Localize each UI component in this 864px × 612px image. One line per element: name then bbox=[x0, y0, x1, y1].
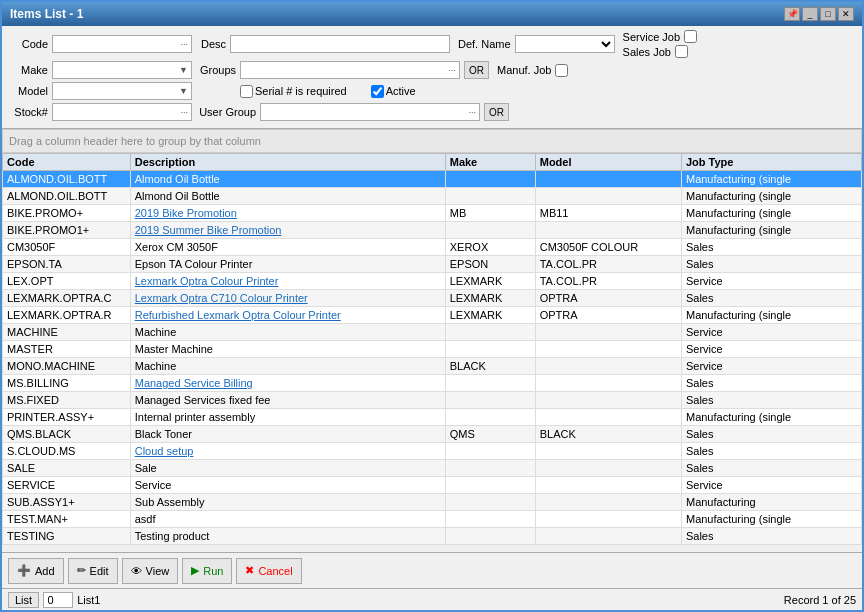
stock-input-wrapper: ··· bbox=[52, 103, 192, 121]
def-name-select[interactable] bbox=[515, 35, 615, 53]
table-row[interactable]: MS.FIXED Managed Services fixed fee Sale… bbox=[3, 392, 862, 409]
cancel-button[interactable]: ✖ Cancel bbox=[236, 558, 301, 584]
table-row[interactable]: LEX.OPT Lexmark Optra Colour Printer LEX… bbox=[3, 273, 862, 290]
table-row[interactable]: LEXMARK.OPTRA.C Lexmark Optra C710 Colou… bbox=[3, 290, 862, 307]
table-header-row: Code Description Make Model Job Type bbox=[3, 154, 862, 171]
service-job-checkbox[interactable] bbox=[684, 30, 697, 43]
table-row[interactable]: ALMOND.OIL.BOTT Almond Oil Bottle Manufa… bbox=[3, 188, 862, 205]
table-row[interactable]: EPSON.TA Epson TA Colour Printer EPSON T… bbox=[3, 256, 862, 273]
table-row[interactable]: TEST.MAN+ asdf Manufacturing (single bbox=[3, 511, 862, 528]
cell-code: ALMOND.OIL.BOTT bbox=[3, 188, 131, 205]
maximize-button[interactable]: □ bbox=[820, 7, 836, 21]
table-row[interactable]: CM3050F Xerox CM 3050F XEROX CM3050F COL… bbox=[3, 239, 862, 256]
groups-input-wrapper: ··· bbox=[240, 61, 460, 79]
model-dots-btn[interactable]: ▼ bbox=[176, 86, 191, 96]
right-panel-manuf: Manuf. Job bbox=[497, 64, 568, 77]
table-row[interactable]: SUB.ASSY1+ Sub Assembly Manufacturing bbox=[3, 494, 862, 511]
user-group-or-button[interactable]: OR bbox=[484, 103, 509, 121]
col-header-jobtype[interactable]: Job Type bbox=[681, 154, 861, 171]
table-row[interactable]: LEXMARK.OPTRA.R Refurbished Lexmark Optr… bbox=[3, 307, 862, 324]
groups-input[interactable] bbox=[241, 63, 445, 77]
cell-jobtype: Service bbox=[681, 477, 861, 494]
make-input-wrapper: ▼ bbox=[52, 61, 192, 79]
add-icon: ➕ bbox=[17, 564, 31, 577]
make-input[interactable] bbox=[53, 63, 176, 77]
cell-jobtype: Manufacturing (single bbox=[681, 307, 861, 324]
close-button[interactable]: ✕ bbox=[838, 7, 854, 21]
description-link[interactable]: Refurbished Lexmark Optra Colour Printer bbox=[135, 309, 341, 321]
cell-model: TA.COL.PR bbox=[535, 256, 681, 273]
run-button[interactable]: ▶ Run bbox=[182, 558, 232, 584]
serial-required-checkbox[interactable] bbox=[240, 85, 253, 98]
cell-jobtype: Sales bbox=[681, 375, 861, 392]
user-group-input[interactable] bbox=[261, 105, 465, 119]
model-input[interactable] bbox=[53, 84, 176, 98]
page-input[interactable] bbox=[43, 592, 73, 608]
add-button[interactable]: ➕ Add bbox=[8, 558, 64, 584]
title-bar: Items List - 1 📌 _ □ ✕ bbox=[2, 2, 862, 26]
cell-description: Lexmark Optra C710 Colour Printer bbox=[130, 290, 445, 307]
table-row[interactable]: S.CLOUD.MS Cloud setup Sales bbox=[3, 443, 862, 460]
table-row[interactable]: MACHINE Machine Service bbox=[3, 324, 862, 341]
description-link[interactable]: Cloud setup bbox=[135, 445, 194, 457]
cell-description: Xerox CM 3050F bbox=[130, 239, 445, 256]
cell-make: EPSON bbox=[445, 256, 535, 273]
table-row[interactable]: BIKE.PROMO+ 2019 Bike Promotion MB MB11 … bbox=[3, 205, 862, 222]
table-area[interactable]: Code Description Make Model Job Type ALM… bbox=[2, 153, 862, 552]
active-label[interactable]: Active bbox=[371, 85, 416, 98]
cancel-icon: ✖ bbox=[245, 564, 254, 577]
cell-model: TA.COL.PR bbox=[535, 273, 681, 290]
table-row[interactable]: MONO.MACHINE Machine BLACK Service bbox=[3, 358, 862, 375]
cell-code: MONO.MACHINE bbox=[3, 358, 131, 375]
cell-model bbox=[535, 324, 681, 341]
view-button[interactable]: 👁 View bbox=[122, 558, 179, 584]
stock-input[interactable] bbox=[53, 105, 177, 119]
edit-button[interactable]: ✏ Edit bbox=[68, 558, 118, 584]
groups-dots-btn[interactable]: ··· bbox=[445, 65, 459, 75]
stock-dots-btn[interactable]: ··· bbox=[177, 107, 191, 117]
serial-required-label[interactable]: Serial # is required bbox=[240, 85, 347, 98]
groups-or-button[interactable]: OR bbox=[464, 61, 489, 79]
minimize-button[interactable]: _ bbox=[802, 7, 818, 21]
table-row[interactable]: MS.BILLING Managed Service Billing Sales bbox=[3, 375, 862, 392]
make-dots-btn[interactable]: ▼ bbox=[176, 65, 191, 75]
window-title: Items List - 1 bbox=[10, 7, 83, 21]
cell-make bbox=[445, 477, 535, 494]
desc-input[interactable] bbox=[230, 35, 450, 53]
cell-description: asdf bbox=[130, 511, 445, 528]
make-label: Make bbox=[8, 64, 48, 76]
table-row[interactable]: BIKE.PROMO1+ 2019 Summer Bike Promotion … bbox=[3, 222, 862, 239]
table-row[interactable]: QMS.BLACK Black Toner QMS BLACK Sales bbox=[3, 426, 862, 443]
cell-jobtype: Sales bbox=[681, 443, 861, 460]
col-header-description[interactable]: Description bbox=[130, 154, 445, 171]
sales-job-checkbox[interactable] bbox=[675, 45, 688, 58]
description-link[interactable]: Lexmark Optra C710 Colour Printer bbox=[135, 292, 308, 304]
table-row[interactable]: SERVICE Service Service bbox=[3, 477, 862, 494]
table-row[interactable]: ALMOND.OIL.BOTT Almond Oil Bottle Manufa… bbox=[3, 171, 862, 188]
pin-button[interactable]: 📌 bbox=[784, 7, 800, 21]
cell-description: Internal printer assembly bbox=[130, 409, 445, 426]
cell-model bbox=[535, 477, 681, 494]
main-window: Items List - 1 📌 _ □ ✕ Code ··· Desc Def… bbox=[0, 0, 864, 612]
code-dots-btn[interactable]: ··· bbox=[177, 39, 191, 49]
description-link[interactable]: 2019 Summer Bike Promotion bbox=[135, 224, 282, 236]
table-row[interactable]: PRINTER.ASSY+ Internal printer assembly … bbox=[3, 409, 862, 426]
description-link[interactable]: Lexmark Optra Colour Printer bbox=[135, 275, 279, 287]
active-checkbox[interactable] bbox=[371, 85, 384, 98]
table-row[interactable]: MASTER Master Machine Service bbox=[3, 341, 862, 358]
description-link[interactable]: Managed Service Billing bbox=[135, 377, 253, 389]
col-header-code[interactable]: Code bbox=[3, 154, 131, 171]
cell-code: S.CLOUD.MS bbox=[3, 443, 131, 460]
code-input[interactable] bbox=[53, 37, 177, 51]
user-group-dots-btn[interactable]: ··· bbox=[465, 107, 479, 117]
description-link[interactable]: 2019 Bike Promotion bbox=[135, 207, 237, 219]
cell-make: LEXMARK bbox=[445, 307, 535, 324]
cell-make bbox=[445, 341, 535, 358]
table-row[interactable]: TESTING Testing product Sales bbox=[3, 528, 862, 545]
col-header-model[interactable]: Model bbox=[535, 154, 681, 171]
col-header-make[interactable]: Make bbox=[445, 154, 535, 171]
list-tab[interactable]: List bbox=[8, 592, 39, 608]
manuf-job-checkbox[interactable] bbox=[555, 64, 568, 77]
table-row[interactable]: SALE Sale Sales bbox=[3, 460, 862, 477]
view-label: View bbox=[146, 565, 170, 577]
